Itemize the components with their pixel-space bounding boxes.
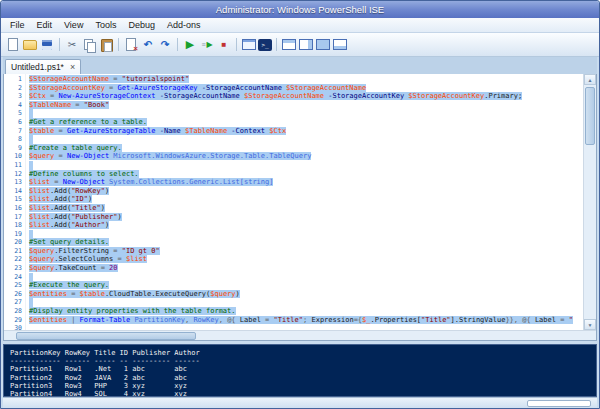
line-number: 21	[4, 247, 22, 256]
code-line-25[interactable]: #Execute the query.	[29, 281, 583, 290]
tab-label: Untitled1.ps1*	[11, 62, 64, 72]
paste-icon[interactable]	[98, 37, 114, 53]
line-number: 17	[4, 213, 22, 222]
line-number: 15	[4, 195, 22, 204]
code-line-1[interactable]: $StorageAccountName = "tutorialspoint"	[29, 75, 583, 84]
code-line-29[interactable]: $entities | Format-Table PartitionKey, R…	[29, 316, 583, 325]
undo-icon[interactable]: ↶	[140, 37, 156, 53]
code-line-13[interactable]: $list = New-Object System.Collections.Ge…	[29, 178, 583, 187]
line-number: 8	[4, 135, 22, 144]
toolbar-separator	[236, 38, 237, 51]
line-number: 13	[4, 178, 22, 187]
window-title: Administrator: Windows PowerShell ISE	[216, 4, 384, 15]
code-line-19[interactable]	[29, 230, 583, 239]
line-number: 18	[4, 221, 22, 230]
start-powershell-icon[interactable]: >_	[258, 39, 272, 51]
redo-icon[interactable]: ↷	[157, 37, 173, 53]
console-pane[interactable]: PartitionKey RowKey Title ID Publisher A…	[3, 344, 597, 397]
code-line-10[interactable]: $query = New-Object Microsoft.WindowsAzu…	[29, 152, 583, 161]
vertical-scrollbar-thumb[interactable]	[585, 87, 595, 145]
run-selection-icon[interactable]: ▶	[199, 37, 215, 53]
code-line-8[interactable]	[29, 135, 583, 144]
toolbar-separator	[59, 38, 60, 51]
line-number: 22	[4, 255, 22, 264]
title-bar[interactable]: Administrator: Windows PowerShell ISE	[1, 1, 599, 18]
toolbar-separator	[118, 38, 119, 51]
scroll-up-icon[interactable]: ▲	[584, 74, 596, 85]
code-line-26[interactable]: $entities = $table.CloudTable.ExecuteQue…	[29, 290, 583, 299]
line-number: 9	[4, 144, 22, 153]
code-line-22[interactable]: $query.SelectColumns = $list	[29, 255, 583, 264]
code-line-17[interactable]: $list.Add("Publisher")	[29, 213, 583, 222]
toolbar-separator	[177, 38, 178, 51]
code-area[interactable]: $StorageAccountName = "tutorialspoint"$S…	[26, 74, 583, 330]
run-script-icon[interactable]: ▶	[182, 37, 198, 53]
code-line-28[interactable]: #Display entity properties with the tabl…	[29, 307, 583, 316]
line-number: 28	[4, 307, 22, 316]
script-tab-strip: Untitled1.ps1* ×	[3, 57, 597, 74]
code-line-2[interactable]: $StorageAccountKey = Get-AzureStorageKey…	[29, 84, 583, 93]
line-number: 1	[4, 75, 22, 84]
code-line-6[interactable]: #Get a reference to a table.	[29, 118, 583, 127]
editor-vertical-scrollbar[interactable]: ▲ ▼	[583, 74, 596, 330]
code-line-18[interactable]: $list.Add("Author")	[29, 221, 583, 230]
line-number: 4	[4, 101, 22, 110]
menu-bar: FileEditViewToolsDebugAdd-ons	[1, 18, 599, 33]
show-script-pane-icon[interactable]	[332, 37, 348, 53]
stop-operation-icon[interactable]: ■	[216, 37, 232, 53]
code-line-20[interactable]: #Set query details.	[29, 238, 583, 247]
menu-item-view[interactable]: View	[58, 20, 89, 30]
main-area: Untitled1.ps1* × 12345678910111213141516…	[1, 57, 599, 408]
code-line-27[interactable]	[29, 298, 583, 307]
horizontal-scrollbar-thumb[interactable]	[16, 332, 196, 340]
editor-horizontal-scrollbar[interactable]	[4, 330, 596, 340]
line-number: 11	[4, 161, 22, 170]
script-pane-maximized-icon[interactable]	[315, 37, 331, 53]
copy-icon[interactable]	[81, 37, 97, 53]
new-script-icon[interactable]	[5, 37, 21, 53]
cut-icon[interactable]: ✂	[64, 37, 80, 53]
line-number: 10	[4, 152, 22, 161]
code-line-5[interactable]	[29, 109, 583, 118]
code-line-16[interactable]: $list.Add("Title")	[29, 204, 583, 213]
console-output[interactable]: PartitionKey RowKey Title ID Publisher A…	[4, 345, 596, 397]
line-number: 19	[4, 230, 22, 239]
tab-close-icon[interactable]: ×	[70, 63, 75, 72]
line-number: 23	[4, 264, 22, 273]
line-number: 2	[4, 84, 22, 93]
save-icon[interactable]	[39, 37, 55, 53]
menu-item-file[interactable]: File	[4, 20, 31, 30]
code-line-4[interactable]: $TableName = "Book"	[29, 101, 583, 110]
tab-untitled1[interactable]: Untitled1.ps1* ×	[5, 59, 81, 74]
menu-item-tools[interactable]: Tools	[89, 20, 122, 30]
line-number-gutter: 1234567891011121314151617181920212223242…	[4, 74, 26, 330]
line-number: 6	[4, 118, 22, 127]
clear-console-pane-icon[interactable]	[123, 37, 139, 53]
code-line-23[interactable]: $query.TakeCount = 20	[29, 264, 583, 273]
line-number: 16	[4, 204, 22, 213]
script-pane: 1234567891011121314151617181920212223242…	[3, 74, 597, 341]
code-line-21[interactable]: $query.FilterString = "ID gt 0"	[29, 247, 583, 256]
code-line-24[interactable]	[29, 273, 583, 282]
code-line-7[interactable]: $table = Get-AzureStorageTable -Name $Ta…	[29, 127, 583, 136]
line-number: 29	[4, 316, 22, 325]
open-script-icon[interactable]	[22, 37, 38, 53]
menu-item-debug[interactable]: Debug	[122, 20, 161, 30]
code-line-14[interactable]: $list.Add("RowKey")	[29, 187, 583, 196]
status-bar	[3, 397, 597, 408]
line-number: 20	[4, 238, 22, 247]
line-number: 27	[4, 298, 22, 307]
line-number: 14	[4, 187, 22, 196]
code-line-12[interactable]: #Define columns to select.	[29, 170, 583, 179]
menu-item-addons[interactable]: Add-ons	[161, 20, 207, 30]
menu-item-edit[interactable]: Edit	[31, 20, 59, 30]
new-remote-powershell-tab-icon[interactable]	[241, 37, 257, 53]
script-pane-right-icon[interactable]	[298, 37, 314, 53]
code-line-9[interactable]: #Create a table query.	[29, 144, 583, 153]
line-number: 12	[4, 170, 22, 179]
code-line-15[interactable]: $list.Add("ID")	[29, 195, 583, 204]
script-pane-top-icon[interactable]	[281, 37, 297, 53]
scroll-down-icon[interactable]: ▼	[584, 319, 596, 330]
code-line-3[interactable]: $Ctx = New-AzureStorageContext -StorageA…	[29, 92, 583, 101]
code-line-11[interactable]	[29, 161, 583, 170]
